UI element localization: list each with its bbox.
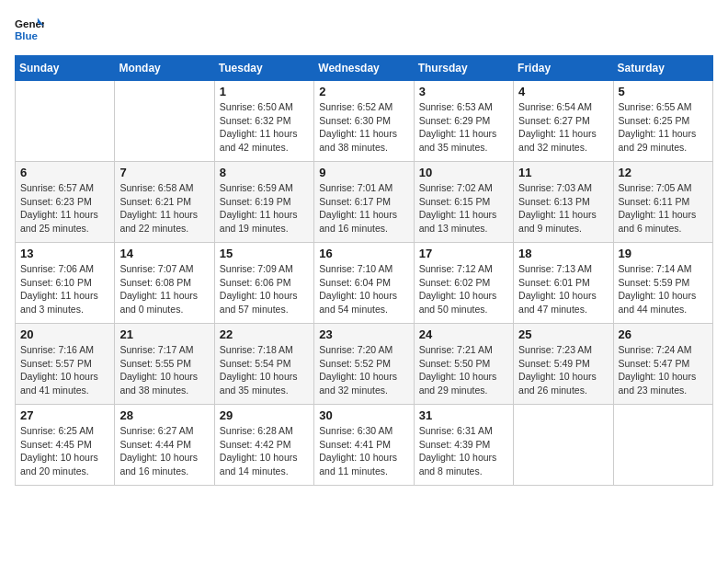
calendar-cell (16, 81, 115, 162)
day-info: Sunrise: 6:54 AM Sunset: 6:27 PM Dayligh… (518, 100, 608, 155)
day-of-week-header: Saturday (613, 56, 712, 81)
calendar-cell: 26Sunrise: 7:24 AM Sunset: 5:47 PM Dayli… (613, 324, 712, 405)
calendar-cell: 5Sunrise: 6:55 AM Sunset: 6:25 PM Daylig… (613, 81, 712, 162)
calendar-cell: 10Sunrise: 7:02 AM Sunset: 6:15 PM Dayli… (414, 162, 513, 243)
calendar-cell: 8Sunrise: 6:59 AM Sunset: 6:19 PM Daylig… (214, 162, 313, 243)
calendar-cell: 24Sunrise: 7:21 AM Sunset: 5:50 PM Dayli… (414, 324, 513, 405)
day-info: Sunrise: 6:28 AM Sunset: 4:42 PM Dayligh… (220, 424, 309, 478)
calendar-cell: 15Sunrise: 7:09 AM Sunset: 6:06 PM Dayli… (214, 243, 313, 324)
day-info: Sunrise: 7:12 AM Sunset: 6:02 PM Dayligh… (419, 262, 508, 316)
day-number: 2 (319, 85, 408, 98)
calendar-cell: 27Sunrise: 6:25 AM Sunset: 4:45 PM Dayli… (16, 405, 115, 486)
day-number: 14 (119, 247, 209, 260)
day-info: Sunrise: 6:31 AM Sunset: 4:39 PM Dayligh… (419, 424, 508, 478)
day-number: 21 (119, 327, 209, 341)
day-number: 22 (220, 327, 309, 341)
day-of-week-header: Wednesday (314, 56, 414, 81)
calendar-cell: 4Sunrise: 6:54 AM Sunset: 6:27 PM Daylig… (514, 81, 613, 162)
day-number: 11 (518, 166, 608, 179)
day-number: 28 (119, 408, 209, 422)
calendar-week-row: 1Sunrise: 6:50 AM Sunset: 6:32 PM Daylig… (16, 81, 713, 162)
day-of-week-header: Sunday (16, 56, 115, 81)
calendar-cell: 18Sunrise: 7:13 AM Sunset: 6:01 PM Dayli… (514, 243, 613, 324)
calendar-cell (514, 405, 613, 486)
day-info: Sunrise: 7:06 AM Sunset: 6:10 PM Dayligh… (20, 262, 109, 316)
day-number: 17 (419, 247, 508, 260)
calendar-cell: 31Sunrise: 6:31 AM Sunset: 4:39 PM Dayli… (414, 405, 513, 486)
logo: General Blue (15, 15, 44, 44)
calendar-table: SundayMondayTuesdayWednesdayThursdayFrid… (15, 55, 713, 486)
day-number: 9 (319, 166, 408, 179)
calendar-cell (613, 405, 712, 486)
calendar-cell: 28Sunrise: 6:27 AM Sunset: 4:44 PM Dayli… (115, 405, 214, 486)
day-number: 30 (319, 408, 408, 422)
day-number: 13 (20, 247, 109, 260)
day-number: 15 (220, 247, 309, 260)
day-number: 4 (518, 85, 608, 98)
svg-text:General: General (15, 18, 44, 29)
day-info: Sunrise: 7:01 AM Sunset: 6:17 PM Dayligh… (319, 181, 408, 236)
day-number: 5 (619, 85, 708, 98)
day-number: 12 (619, 166, 708, 179)
calendar-cell: 20Sunrise: 7:16 AM Sunset: 5:57 PM Dayli… (16, 324, 115, 405)
calendar-cell: 17Sunrise: 7:12 AM Sunset: 6:02 PM Dayli… (414, 243, 513, 324)
day-info: Sunrise: 7:17 AM Sunset: 5:55 PM Dayligh… (119, 343, 209, 397)
calendar-cell: 14Sunrise: 7:07 AM Sunset: 6:08 PM Dayli… (115, 243, 214, 324)
day-info: Sunrise: 7:02 AM Sunset: 6:15 PM Dayligh… (419, 181, 508, 236)
day-number: 26 (619, 327, 708, 341)
day-of-week-header: Thursday (414, 56, 513, 81)
day-number: 1 (220, 85, 309, 98)
day-info: Sunrise: 7:18 AM Sunset: 5:54 PM Dayligh… (220, 343, 309, 397)
calendar-cell: 21Sunrise: 7:17 AM Sunset: 5:55 PM Dayli… (115, 324, 214, 405)
day-info: Sunrise: 6:59 AM Sunset: 6:19 PM Dayligh… (220, 181, 309, 236)
day-info: Sunrise: 6:53 AM Sunset: 6:29 PM Dayligh… (419, 100, 508, 155)
day-number: 3 (419, 85, 508, 98)
svg-text:Blue: Blue (15, 30, 39, 41)
calendar-cell: 1Sunrise: 6:50 AM Sunset: 6:32 PM Daylig… (214, 81, 313, 162)
calendar-cell: 2Sunrise: 6:52 AM Sunset: 6:30 PM Daylig… (314, 81, 414, 162)
day-info: Sunrise: 7:14 AM Sunset: 5:59 PM Dayligh… (619, 262, 708, 316)
day-number: 8 (220, 166, 309, 179)
calendar-week-row: 13Sunrise: 7:06 AM Sunset: 6:10 PM Dayli… (16, 243, 713, 324)
calendar-cell: 22Sunrise: 7:18 AM Sunset: 5:54 PM Dayli… (214, 324, 313, 405)
calendar-cell: 7Sunrise: 6:58 AM Sunset: 6:21 PM Daylig… (115, 162, 214, 243)
day-info: Sunrise: 7:23 AM Sunset: 5:49 PM Dayligh… (518, 343, 608, 397)
day-of-week-header: Monday (115, 56, 214, 81)
day-info: Sunrise: 6:57 AM Sunset: 6:23 PM Dayligh… (20, 181, 109, 236)
day-number: 27 (20, 408, 109, 422)
day-info: Sunrise: 6:25 AM Sunset: 4:45 PM Dayligh… (20, 424, 109, 478)
day-number: 7 (119, 166, 209, 179)
day-number: 16 (319, 247, 408, 260)
day-number: 6 (20, 166, 109, 179)
calendar-cell: 11Sunrise: 7:03 AM Sunset: 6:13 PM Dayli… (514, 162, 613, 243)
day-number: 20 (20, 327, 109, 341)
calendar-cell: 29Sunrise: 6:28 AM Sunset: 4:42 PM Dayli… (214, 405, 313, 486)
day-of-week-header: Friday (514, 56, 613, 81)
calendar-cell: 6Sunrise: 6:57 AM Sunset: 6:23 PM Daylig… (16, 162, 115, 243)
calendar-week-row: 20Sunrise: 7:16 AM Sunset: 5:57 PM Dayli… (16, 324, 713, 405)
day-number: 24 (419, 327, 508, 341)
calendar-cell: 13Sunrise: 7:06 AM Sunset: 6:10 PM Dayli… (16, 243, 115, 324)
calendar-week-row: 6Sunrise: 6:57 AM Sunset: 6:23 PM Daylig… (16, 162, 713, 243)
calendar-cell: 23Sunrise: 7:20 AM Sunset: 5:52 PM Dayli… (314, 324, 414, 405)
day-info: Sunrise: 7:13 AM Sunset: 6:01 PM Dayligh… (518, 262, 608, 316)
day-number: 31 (419, 408, 508, 422)
calendar-cell: 30Sunrise: 6:30 AM Sunset: 4:41 PM Dayli… (314, 405, 414, 486)
day-of-week-header: Tuesday (214, 56, 313, 81)
day-info: Sunrise: 6:52 AM Sunset: 6:30 PM Dayligh… (319, 100, 408, 155)
calendar-cell (115, 81, 214, 162)
day-info: Sunrise: 7:16 AM Sunset: 5:57 PM Dayligh… (20, 343, 109, 397)
logo-icon: General Blue (15, 15, 44, 44)
day-info: Sunrise: 7:10 AM Sunset: 6:04 PM Dayligh… (319, 262, 408, 316)
calendar-week-row: 27Sunrise: 6:25 AM Sunset: 4:45 PM Dayli… (16, 405, 713, 486)
day-number: 10 (419, 166, 508, 179)
day-info: Sunrise: 7:05 AM Sunset: 6:11 PM Dayligh… (619, 181, 708, 236)
calendar-cell: 12Sunrise: 7:05 AM Sunset: 6:11 PM Dayli… (613, 162, 712, 243)
calendar-cell: 16Sunrise: 7:10 AM Sunset: 6:04 PM Dayli… (314, 243, 414, 324)
day-number: 23 (319, 327, 408, 341)
day-number: 18 (518, 247, 608, 260)
day-info: Sunrise: 7:03 AM Sunset: 6:13 PM Dayligh… (518, 181, 608, 236)
day-info: Sunrise: 7:24 AM Sunset: 5:47 PM Dayligh… (619, 343, 708, 397)
page-header: General Blue (15, 15, 713, 44)
day-number: 19 (619, 247, 708, 260)
